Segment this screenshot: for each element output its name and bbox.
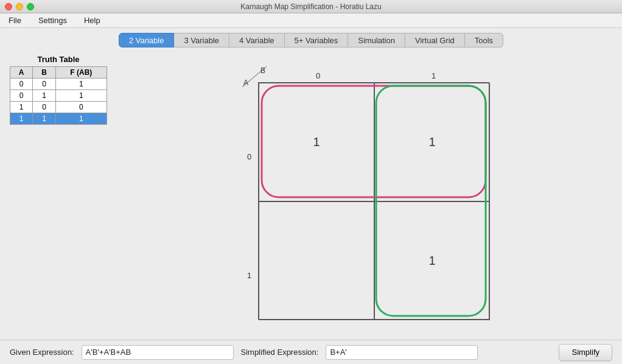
cell-b-3: 1	[33, 113, 55, 125]
cell-a-3: 1	[10, 113, 33, 125]
truth-table-container: Truth Table A B F (AB) 001011100111	[10, 55, 107, 335]
menu-settings[interactable]: Settings	[35, 15, 71, 26]
col-header-b: B	[33, 67, 55, 79]
diagonal-a-label: A	[243, 79, 248, 87]
cell-a-0: 0	[10, 79, 33, 90]
maximize-button[interactable]	[27, 3, 34, 10]
window-title: Karnaugh Map Simplification - Horatiu La…	[240, 2, 381, 11]
minimize-button[interactable]	[16, 3, 23, 10]
kmap-area: A B 0 1 0 1 1 1 1	[117, 55, 612, 335]
cell-f-3: 1	[55, 113, 107, 125]
row-label-1: 1	[247, 271, 251, 280]
kmap-wrapper: A B 0 1 0 1 1 1 1	[234, 58, 495, 332]
window-controls	[5, 3, 34, 10]
cell-f-1: 1	[55, 90, 107, 102]
cell-b-1: 1	[33, 90, 55, 102]
col-label-0: 0	[316, 71, 320, 80]
given-expression-label: Given Expression:	[10, 348, 74, 357]
tab-2variable[interactable]: 2 Variable	[119, 33, 175, 47]
simplified-expression-label: Simplified Expression:	[241, 348, 319, 357]
cell-a-2: 1	[10, 102, 33, 113]
kmap-cell-00[interactable]: 1	[259, 83, 374, 201]
col-header-a: A	[10, 67, 33, 79]
table-row: 100	[10, 102, 107, 113]
tab-tools[interactable]: Tools	[465, 33, 503, 47]
truth-table-body: 001011100111	[10, 79, 107, 125]
tab-5plus[interactable]: 5+ Variables	[285, 33, 349, 47]
col-label-1: 1	[432, 71, 436, 80]
menu-bar: File Settings Help	[0, 13, 622, 28]
row-label-0: 0	[247, 152, 251, 161]
menu-file[interactable]: File	[5, 15, 25, 26]
title-bar: Karnaugh Map Simplification - Horatiu La…	[0, 0, 622, 13]
truth-table: A B F (AB) 001011100111	[10, 66, 107, 125]
main-content: Truth Table A B F (AB) 001011100111	[0, 50, 622, 340]
truth-table-title: Truth Table	[10, 55, 107, 64]
tab-simulation[interactable]: Simulation	[348, 33, 405, 47]
cell-f-2: 0	[55, 102, 107, 113]
diagonal-b-label: B	[260, 66, 265, 75]
cell-f-0: 1	[55, 79, 107, 90]
given-expression-input[interactable]	[82, 345, 234, 360]
tab-3variable[interactable]: 3 Variable	[174, 33, 229, 47]
cell-a-1: 0	[10, 90, 33, 102]
simplify-button[interactable]: Simplify	[559, 344, 612, 361]
cell-b-0: 0	[33, 79, 55, 90]
simplified-expression-input[interactable]	[326, 345, 478, 360]
tab-virtualgrid[interactable]: Virtual Grid	[405, 33, 465, 47]
close-button[interactable]	[5, 3, 12, 10]
menu-help[interactable]: Help	[80, 15, 104, 26]
tab-4variable[interactable]: 4 Variable	[229, 33, 285, 47]
kmap-cell-11[interactable]: 1	[374, 201, 490, 320]
tab-bar: 2 Variable 3 Variable 4 Variable 5+ Vari…	[0, 28, 622, 50]
kmap-cell-01[interactable]: 1	[374, 83, 490, 201]
col-header-f: F (AB)	[55, 67, 107, 79]
kmap-cell-10[interactable]	[259, 201, 374, 320]
table-row: 011	[10, 90, 107, 102]
kmap-grid: 1 1 1	[258, 82, 489, 320]
cell-b-2: 0	[33, 102, 55, 113]
bottom-bar: Given Expression: Simplified Expression:…	[0, 340, 622, 364]
table-row: 001	[10, 79, 107, 90]
table-row: 111	[10, 113, 107, 125]
